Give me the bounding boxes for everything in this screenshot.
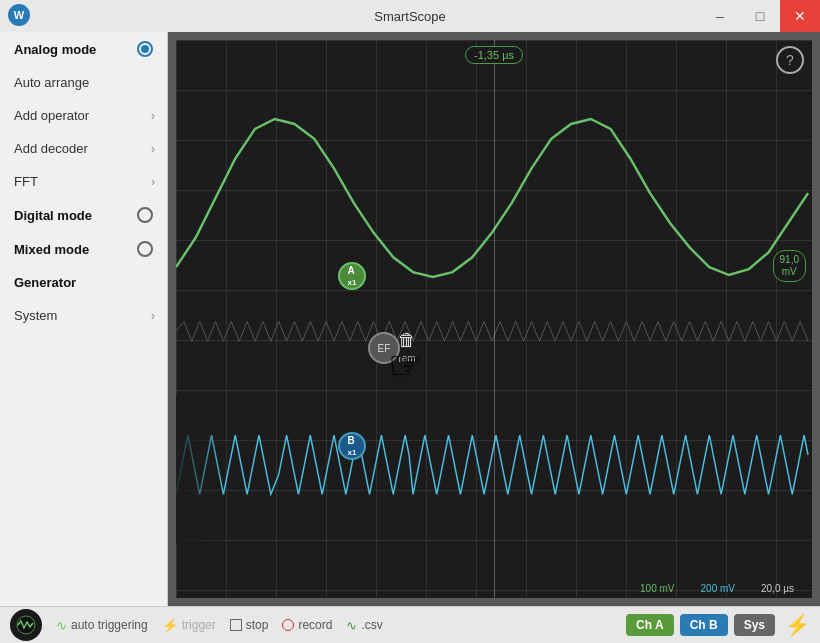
sidebar: Analog mode Auto arrange Add operator › … bbox=[0, 32, 168, 606]
analog-mode-radio[interactable] bbox=[137, 41, 153, 57]
sidebar-item-mixed-mode[interactable]: Mixed mode bbox=[0, 232, 167, 266]
generator-label: Generator bbox=[14, 275, 76, 290]
time-label: -1,35 µs bbox=[465, 46, 523, 64]
analog-mode-label: Analog mode bbox=[14, 42, 96, 57]
sidebar-item-system[interactable]: System › bbox=[0, 299, 167, 332]
main-content: Analog mode Auto arrange Add operator › … bbox=[0, 32, 820, 606]
system-label: System bbox=[14, 308, 57, 323]
sidebar-item-digital-mode[interactable]: Digital mode bbox=[0, 198, 167, 232]
stop-item[interactable]: stop bbox=[230, 618, 269, 632]
trigger-label: trigger bbox=[182, 618, 216, 632]
mixed-mode-radio[interactable] bbox=[137, 241, 153, 257]
help-label: ? bbox=[786, 52, 794, 68]
close-button[interactable]: ✕ bbox=[780, 0, 820, 32]
stop-icon bbox=[230, 619, 242, 631]
help-button[interactable]: ? bbox=[776, 46, 804, 74]
auto-triggering-item: ∿ auto triggering bbox=[56, 618, 148, 633]
record-label: record bbox=[298, 618, 332, 632]
auto-triggering-label: auto triggering bbox=[71, 618, 148, 632]
delete-area: 🗑 rem bbox=[398, 330, 416, 364]
sidebar-item-add-operator[interactable]: Add operator › bbox=[0, 99, 167, 132]
logo-letter: W bbox=[14, 9, 24, 21]
fft-label: FFT bbox=[14, 174, 38, 189]
sidebar-item-auto-arrange[interactable]: Auto arrange bbox=[0, 66, 167, 99]
voltage-label: 91,0mV bbox=[773, 250, 806, 282]
add-operator-chevron-icon: › bbox=[151, 109, 155, 123]
channel-b-label: Bx1 bbox=[348, 435, 357, 457]
auto-trigger-icon: ∿ bbox=[56, 618, 67, 633]
channel-b-badge[interactable]: Bx1 bbox=[338, 432, 366, 460]
sys-button[interactable]: Sys bbox=[734, 614, 775, 636]
fft-chevron-icon: › bbox=[151, 175, 155, 189]
auto-arrange-label: Auto arrange bbox=[14, 75, 89, 90]
ch-b-button[interactable]: Ch B bbox=[680, 614, 728, 636]
scale-time: 20,0 µs bbox=[755, 581, 800, 596]
digital-mode-label: Digital mode bbox=[14, 208, 92, 223]
system-chevron-icon: › bbox=[151, 309, 155, 323]
statusbar: ∿ auto triggering ⚡ trigger stop record … bbox=[0, 606, 820, 643]
digital-mode-radio[interactable] bbox=[137, 207, 153, 223]
ef-badge[interactable]: EF bbox=[368, 332, 400, 364]
channel-a-label: Ax1 bbox=[348, 265, 357, 287]
csv-item[interactable]: ∿ .csv bbox=[346, 618, 382, 633]
delete-label: rem bbox=[398, 353, 415, 364]
scale-ch-b: 200 mV bbox=[695, 581, 741, 596]
mixed-mode-label: Mixed mode bbox=[14, 242, 89, 257]
add-decoder-chevron-icon: › bbox=[151, 142, 155, 156]
app-logo: W bbox=[8, 4, 30, 26]
trigger-icon: ⚡ bbox=[162, 618, 178, 633]
scope-area[interactable]: -1,35 µs 91,0mV ? Ax1 Bx1 EF 🗑 rem ☞ bbox=[168, 32, 820, 606]
sidebar-item-add-decoder[interactable]: Add decoder › bbox=[0, 132, 167, 165]
usb-icon: ⚡ bbox=[785, 613, 810, 637]
scale-labels: 100 mV 200 mV 20,0 µs bbox=[634, 581, 800, 596]
scope-grid bbox=[176, 40, 812, 598]
ef-label: EF bbox=[378, 343, 391, 354]
maximize-button[interactable]: □ bbox=[740, 0, 780, 32]
channel-buttons: Ch A Ch B Sys ⚡ bbox=[626, 613, 810, 637]
titlebar: W SmartScope – □ ✕ bbox=[0, 0, 820, 32]
trigger-item: ⚡ trigger bbox=[162, 618, 216, 633]
record-icon bbox=[282, 619, 294, 631]
time-value: -1,35 µs bbox=[474, 49, 514, 61]
sidebar-item-analog-mode[interactable]: Analog mode bbox=[0, 32, 167, 66]
csv-waveform-icon: ∿ bbox=[346, 618, 357, 633]
add-operator-label: Add operator bbox=[14, 108, 89, 123]
add-decoder-label: Add decoder bbox=[14, 141, 88, 156]
scale-ch-a: 100 mV bbox=[634, 581, 680, 596]
delete-icon[interactable]: 🗑 bbox=[398, 330, 416, 351]
stop-label: stop bbox=[246, 618, 269, 632]
logo-icon bbox=[16, 615, 36, 635]
voltage-value: 91,0mV bbox=[780, 254, 799, 277]
sidebar-item-fft[interactable]: FFT › bbox=[0, 165, 167, 198]
channel-a-badge[interactable]: Ax1 bbox=[338, 262, 366, 290]
app-title: SmartScope bbox=[374, 9, 446, 24]
csv-label: .csv bbox=[361, 618, 382, 632]
ch-a-button[interactable]: Ch A bbox=[626, 614, 674, 636]
sidebar-item-generator[interactable]: Generator bbox=[0, 266, 167, 299]
window-controls: – □ ✕ bbox=[700, 0, 820, 32]
minimize-button[interactable]: – bbox=[700, 0, 740, 32]
scope-logo bbox=[10, 609, 42, 641]
record-item[interactable]: record bbox=[282, 618, 332, 632]
